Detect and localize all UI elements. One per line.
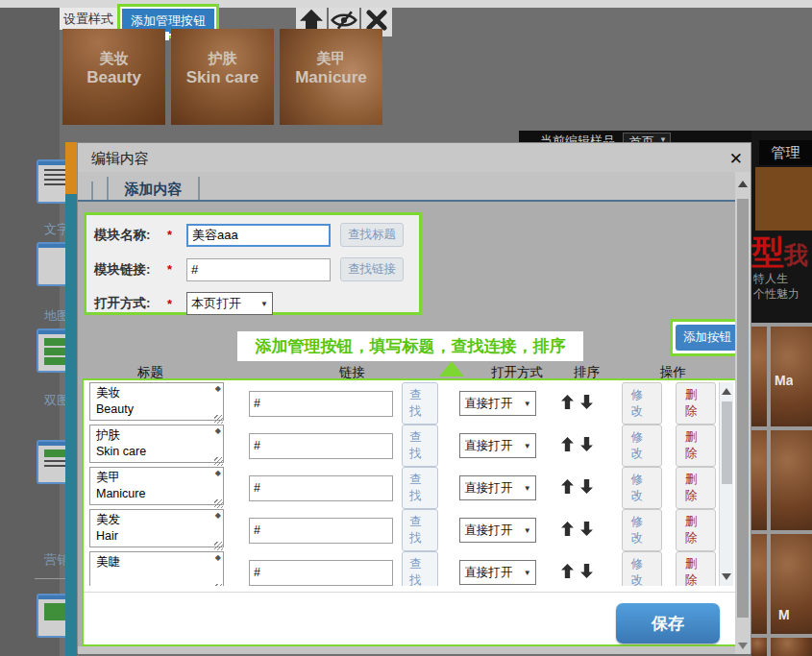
row-open-mode-select[interactable]: 直接打开▼ — [459, 391, 535, 416]
find-button[interactable]: 查找 — [402, 382, 438, 425]
sort-down-icon[interactable] — [580, 395, 593, 413]
set-style-button[interactable]: 设置样式 — [60, 8, 117, 30]
delete-button[interactable]: 删除 — [676, 551, 716, 586]
sort-down-icon[interactable] — [580, 437, 593, 455]
sidebar-item-map[interactable]: 地图 — [44, 307, 65, 325]
sort-down-icon[interactable] — [580, 479, 593, 498]
add-button-highlight: 添加按钮 — [670, 319, 745, 356]
find-button[interactable]: 查找 — [402, 467, 438, 509]
text-widget-icon[interactable] — [37, 159, 65, 204]
row-link-input[interactable] — [249, 518, 393, 544]
delete-button[interactable]: 删除 — [676, 425, 716, 467]
edit-button[interactable]: 修改 — [622, 467, 662, 509]
find-button[interactable]: 查找 — [402, 509, 438, 551]
resize-grip-icon[interactable] — [214, 584, 223, 586]
sidebar-scrollbar[interactable] — [65, 142, 77, 656]
tile-beauty[interactable]: 美妆 Beauty — [62, 29, 165, 125]
spinner-icon[interactable]: ◆ — [215, 553, 221, 562]
row-title-textarea[interactable]: 美妆 Beauty — [89, 382, 224, 421]
row-open-mode-select[interactable]: 直接打开▼ — [459, 433, 535, 458]
required-star: * — [167, 228, 186, 242]
headline-char2: 我 — [784, 241, 808, 268]
row-title-textarea[interactable]: 美甲 Manicure — [89, 467, 224, 505]
tile-skincare[interactable]: 护肤 Skin care — [171, 29, 274, 125]
row-open-mode-select[interactable]: 直接打开▼ — [459, 560, 535, 585]
sort-up-icon[interactable] — [561, 479, 574, 498]
sidebar-item-marketing[interactable]: 营销 — [44, 551, 65, 569]
spinner-icon[interactable]: ◆ — [215, 384, 221, 393]
scroll-down-icon[interactable] — [722, 573, 731, 580]
table-row: 美甲 Manicure◆ 查找 直接打开▼ 修改 删除 — [84, 467, 716, 509]
module-link-input[interactable] — [186, 258, 331, 281]
button-rows: 美妆 Beauty◆ 查找 直接打开▼ 修改 删除 护肤 Skin care◆ … — [84, 382, 716, 586]
find-title-button[interactable]: 查找标题 — [340, 223, 404, 247]
row-link-input[interactable] — [249, 433, 393, 459]
row-open-mode-select[interactable]: 直接打开▼ — [459, 475, 535, 500]
dialog-close-icon[interactable]: ✕ — [729, 149, 743, 169]
edit-button[interactable]: 修改 — [622, 551, 662, 586]
sort-up-icon[interactable] — [561, 564, 574, 582]
dialog-scrollbar-thumb[interactable] — [737, 199, 749, 618]
scroll-up-icon[interactable] — [722, 388, 731, 395]
module-name-input[interactable] — [186, 224, 331, 247]
row-link-input[interactable] — [249, 475, 393, 501]
edit-button[interactable]: 修改 — [622, 382, 662, 425]
row-link-input[interactable] — [249, 560, 393, 586]
table-scrollbar[interactable] — [719, 382, 733, 586]
add-row-button[interactable]: 添加按钮 — [676, 325, 739, 351]
sidebar-divider — [35, 578, 65, 579]
row-title-textarea[interactable]: 美睫 — [89, 551, 224, 586]
find-button[interactable]: 查找 — [402, 551, 438, 586]
edit-content-dialog: 编辑内容 ✕ 添加内容 模块名称: * 查找标题 模块链接: * 查找链接 打开… — [77, 142, 751, 653]
image-text-widget-icon[interactable] — [37, 440, 65, 484]
resize-grip-icon[interactable] — [214, 499, 223, 508]
save-button[interactable]: 保存 — [616, 603, 720, 644]
sort-up-icon[interactable] — [561, 395, 574, 413]
tile-label-zh: 护肤 — [209, 50, 237, 68]
row-title-textarea[interactable]: 护肤 Skin care — [89, 425, 224, 463]
module-form-highlight: 模块名称: * 查找标题 模块链接: * 查找链接 打开方式: * 本页打开 ▼ — [84, 212, 422, 315]
find-link-button[interactable]: 查找链接 — [340, 257, 404, 281]
spinner-icon[interactable]: ◆ — [215, 511, 221, 520]
sidebar-scrollbar-thumb[interactable] — [65, 142, 77, 194]
caret-down-icon: ▼ — [524, 484, 531, 493]
delete-button[interactable]: 删除 — [676, 509, 716, 551]
sidebar-item-double-image[interactable]: 双图 — [44, 392, 65, 409]
tile-label-en: Skin care — [186, 68, 259, 87]
map-widget-icon[interactable] — [37, 242, 65, 286]
sidebar-item-text[interactable]: 文字 — [44, 221, 65, 238]
table-row: 美发 Hair◆ 查找 直接打开▼ 修改 删除 — [84, 509, 716, 551]
row-open-mode-select[interactable]: 直接打开▼ — [459, 518, 535, 543]
double-image-widget-icon[interactable] — [37, 328, 65, 373]
sort-down-icon[interactable] — [580, 522, 593, 540]
edit-button[interactable]: 修改 — [622, 509, 662, 551]
find-button[interactable]: 查找 — [402, 425, 438, 467]
delete-button[interactable]: 删除 — [676, 467, 716, 509]
sort-up-icon[interactable] — [561, 437, 574, 455]
row-title-textarea[interactable]: 美发 Hair — [89, 509, 224, 547]
open-mode-select[interactable]: 本页打开 ▼ — [186, 292, 273, 315]
spinner-icon[interactable]: ◆ — [215, 469, 221, 477]
spinner-icon[interactable]: ◆ — [215, 426, 221, 435]
manage-tab[interactable]: 管理 — [759, 140, 812, 165]
preview-tile-grid: Ma M — [751, 323, 812, 656]
tutorial-annotation: 添加管理按钮，填写标题，查找连接，排序 — [237, 331, 583, 361]
annotation-arrow-icon — [439, 361, 464, 377]
caret-down-icon: ▼ — [524, 526, 531, 535]
tab-add-content[interactable]: 添加内容 — [107, 177, 200, 202]
delete-button[interactable]: 删除 — [676, 382, 716, 425]
resize-grip-icon[interactable] — [214, 457, 223, 466]
row-link-input[interactable] — [249, 391, 393, 417]
edit-button[interactable]: 修改 — [622, 425, 662, 467]
resize-grip-icon[interactable] — [214, 542, 223, 550]
sort-up-icon[interactable] — [561, 522, 574, 540]
resize-grip-icon[interactable] — [214, 415, 223, 424]
dialog-scrollbar[interactable] — [735, 172, 750, 654]
tile-manicure[interactable]: 美甲 Manicure — [280, 29, 382, 125]
sort-down-icon[interactable] — [580, 564, 593, 582]
media-widget-icon[interactable] — [37, 594, 65, 638]
dialog-title: 编辑内容 — [91, 150, 149, 168]
scroll-up-icon[interactable] — [738, 181, 748, 187]
scroll-down-icon[interactable] — [738, 643, 748, 649]
table-scrollbar-thumb[interactable] — [722, 401, 732, 484]
